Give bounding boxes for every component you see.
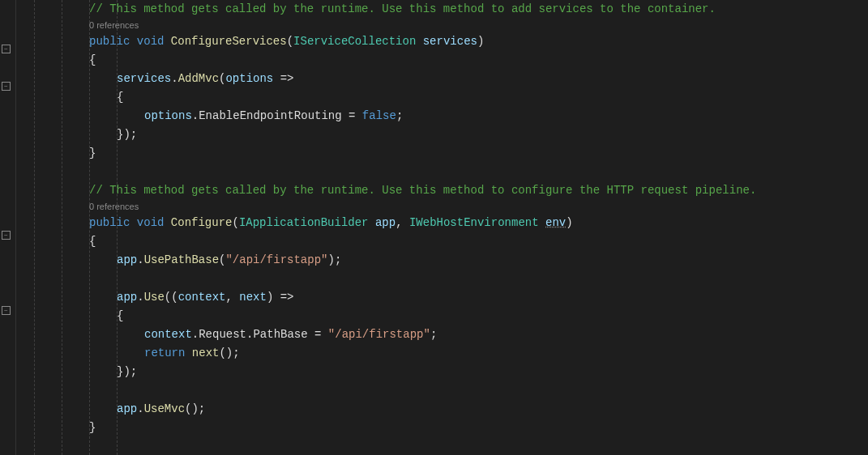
code-editor[interactable]: −−−− // This method gets called by the r… (0, 0, 868, 455)
code-token: }); (117, 365, 137, 378)
code-token: // This method gets called by the runtim… (89, 184, 756, 197)
code-token (164, 35, 170, 48)
code-token: options (225, 72, 273, 85)
code-token: ; (396, 109, 403, 122)
code-token: ) => (267, 291, 294, 304)
code-line[interactable]: public void Configure(IApplicationBuilde… (21, 214, 868, 232)
code-token: AddMvc (178, 72, 219, 85)
code-token: .Request.PathBase = (192, 328, 328, 341)
code-token: UsePathBase (144, 253, 219, 266)
code-token: // This method gets called by the runtim… (89, 2, 716, 15)
outline-gutter[interactable]: −−−− (0, 0, 16, 455)
code-token: app (117, 253, 137, 266)
code-area[interactable]: // This method gets called by the runtim… (16, 0, 868, 455)
code-token: }); (117, 128, 137, 141)
code-line[interactable]: } (21, 419, 868, 437)
code-token: false (362, 109, 396, 122)
code-token: IServiceCollection (293, 35, 416, 48)
code-token: . (137, 253, 143, 266)
code-token: IWebHostEnvironment (409, 216, 539, 229)
code-token: app (375, 216, 396, 229)
code-token: Configure (171, 216, 233, 229)
code-line[interactable]: // This method gets called by the runtim… (21, 181, 868, 200)
code-token: { (89, 235, 96, 248)
code-token (369, 216, 375, 229)
code-token (416, 35, 422, 48)
code-line[interactable]: }); (21, 363, 868, 381)
code-token: services (423, 35, 477, 48)
code-token: (); (185, 402, 205, 415)
code-line[interactable]: services.AddMvc(options => (21, 70, 868, 88)
code-line[interactable]: app.UseMvc(); (21, 400, 868, 419)
code-token: EnableEndpointRouting = (199, 109, 362, 122)
code-token (130, 216, 136, 229)
code-token: context (144, 328, 192, 341)
code-token: ) (566, 216, 572, 229)
code-line[interactable] (21, 163, 868, 181)
codelens-reference-count[interactable]: 0 references (21, 200, 868, 214)
code-token: ); (327, 253, 341, 266)
code-token: . (192, 109, 199, 122)
code-token: . (137, 291, 143, 304)
code-line[interactable]: options.EnableEndpointRouting = false; (21, 107, 868, 125)
code-line[interactable]: context.Request.PathBase = "/api/firstap… (21, 325, 868, 344)
code-token: return (144, 347, 185, 359)
code-token: , (396, 216, 409, 229)
fold-toggle-icon[interactable]: − (2, 82, 11, 91)
code-line[interactable]: } (21, 144, 868, 163)
code-token: { (89, 53, 96, 66)
code-token: { (117, 91, 123, 104)
code-token: env (545, 216, 566, 229)
code-token: . (137, 402, 143, 415)
code-line[interactable]: // This method gets called by the runtim… (21, 0, 868, 19)
code-line[interactable]: app.UsePathBase("/api/firstapp"); (21, 251, 868, 270)
code-token: app (117, 291, 137, 304)
code-line[interactable]: app.Use((context, next) => (21, 288, 868, 307)
code-token: void (137, 216, 165, 229)
code-line[interactable]: public void ConfigureServices(IServiceCo… (21, 32, 868, 51)
fold-toggle-icon[interactable]: − (2, 231, 11, 240)
code-token: (); (219, 347, 239, 359)
code-token: options (144, 109, 192, 122)
code-token: next (192, 347, 220, 359)
code-token (164, 216, 170, 229)
code-line[interactable]: { (21, 88, 868, 107)
code-token: , (225, 291, 239, 304)
code-token (185, 347, 191, 359)
code-token (130, 35, 136, 48)
code-line[interactable]: { (21, 51, 868, 70)
code-token: app (117, 402, 137, 415)
code-token: public (89, 35, 130, 48)
codelens-reference-count[interactable]: 0 references (21, 19, 868, 32)
code-line[interactable] (21, 381, 868, 400)
fold-toggle-icon[interactable]: − (2, 45, 11, 53)
code-line[interactable]: { (21, 307, 868, 325)
code-token: { (117, 309, 123, 322)
code-token: services (117, 72, 171, 85)
code-token: } (89, 147, 96, 159)
code-token: "/api/firstapp" (225, 253, 327, 266)
code-token: UseMvc (144, 402, 185, 415)
code-token: context (178, 291, 226, 304)
code-line[interactable]: { (21, 232, 868, 251)
code-token: . (171, 72, 177, 85)
code-token: public (89, 216, 130, 229)
code-token: "/api/firstapp" (328, 328, 430, 341)
code-line[interactable]: return next(); (21, 344, 868, 363)
code-token: void (137, 35, 165, 48)
code-token: ConfigureServices (171, 35, 287, 48)
code-line[interactable]: }); (21, 125, 868, 144)
code-token: } (89, 421, 96, 434)
code-token: ( (287, 35, 293, 48)
fold-toggle-icon[interactable]: − (2, 306, 11, 315)
code-token: Use (144, 291, 165, 304)
code-token: => (273, 72, 293, 85)
code-token: ( (232, 216, 238, 229)
code-token: (( (165, 291, 178, 304)
code-line[interactable] (21, 270, 868, 288)
code-token: ; (430, 328, 437, 341)
code-token: IApplicationBuilder (239, 216, 369, 229)
code-token: ) (477, 35, 484, 48)
code-token (539, 216, 545, 229)
code-token: next (239, 291, 267, 304)
